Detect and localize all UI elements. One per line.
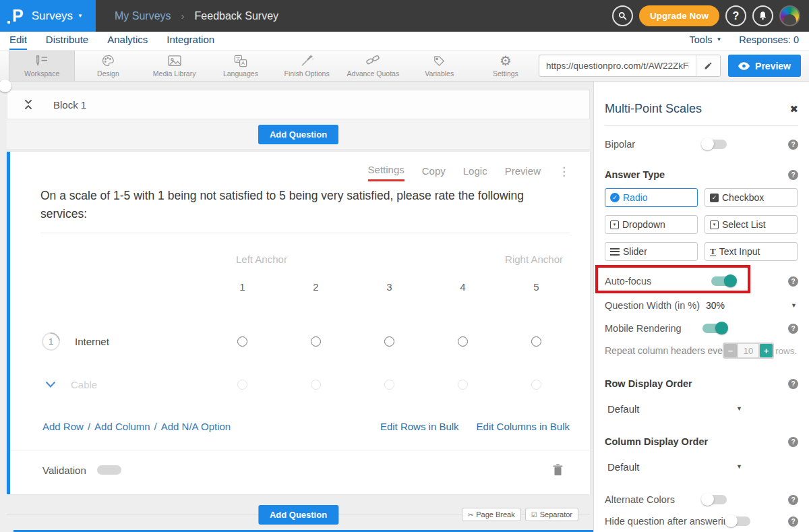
toolbar-item-finish-options[interactable]: Finish Options bbox=[274, 51, 340, 81]
toolbar-item-settings[interactable]: ⚙ Settings bbox=[473, 51, 539, 81]
auto-focus-label: Auto-focus bbox=[605, 276, 651, 287]
answer-type-select-list[interactable]: ▼ Select List bbox=[705, 215, 798, 234]
page-break-button[interactable]: ✂ Page Break bbox=[462, 508, 521, 521]
radio-internet-3[interactable] bbox=[384, 336, 394, 347]
radio-cable-2[interactable] bbox=[311, 380, 321, 390]
radio-cable-5[interactable] bbox=[531, 380, 541, 390]
row-label-cable[interactable]: Cable bbox=[71, 379, 97, 390]
chevron-down-icon[interactable]: ▼ bbox=[736, 405, 742, 412]
add-row-link[interactable]: Add Row bbox=[42, 421, 84, 432]
settings-icon: ⚙ bbox=[500, 54, 512, 67]
bipolar-row: Bipolar ? bbox=[605, 134, 798, 154]
delete-question-button[interactable] bbox=[553, 464, 563, 476]
row-display-order-value[interactable]: Default bbox=[607, 403, 640, 415]
radio-internet-5[interactable] bbox=[531, 336, 541, 347]
left-anchor-label[interactable]: Left Anchor bbox=[236, 254, 287, 265]
help-button[interactable]: ? bbox=[725, 5, 746, 26]
survey-url-input[interactable] bbox=[539, 61, 696, 71]
collapse-block-button[interactable] bbox=[24, 99, 33, 110]
chevron-down-icon[interactable]: ▼ bbox=[736, 463, 742, 470]
edit-url-button[interactable] bbox=[696, 55, 720, 77]
answer-type-label: Radio bbox=[623, 192, 648, 203]
answer-type-radio[interactable]: ✓ Radio bbox=[605, 188, 698, 207]
survey-canvas: Block 1 Add Question Settings Copy Logic… bbox=[0, 82, 593, 532]
tools-menu[interactable]: Tools ▼ bbox=[690, 34, 722, 45]
tab-analytics[interactable]: Analytics bbox=[107, 34, 148, 50]
help-icon[interactable]: ? bbox=[788, 170, 798, 180]
validation-toggle[interactable] bbox=[97, 465, 121, 475]
question-tab-copy[interactable]: Copy bbox=[422, 165, 446, 181]
question-text[interactable]: On a scale of 1-5 with 1 being not satis… bbox=[40, 187, 573, 223]
add-column-link[interactable]: Add Column bbox=[94, 421, 150, 432]
answer-type-label: Select List bbox=[722, 219, 766, 230]
product-switcher[interactable]: Surveys ▼ bbox=[32, 9, 83, 23]
eye-icon bbox=[738, 62, 750, 70]
help-icon[interactable]: ? bbox=[788, 437, 798, 447]
radio-cable-1[interactable] bbox=[237, 380, 247, 390]
column-display-order-select[interactable]: Default ▼ bbox=[605, 459, 798, 474]
question-tab-preview[interactable]: Preview bbox=[505, 165, 541, 181]
mobile-rendering-label: Mobile Rendering bbox=[605, 323, 682, 334]
row-display-order-select[interactable]: Default ▼ bbox=[605, 401, 798, 416]
toolbar-item-variables[interactable]: Variables bbox=[407, 51, 473, 81]
app-menu[interactable]: P Surveys ▼ bbox=[0, 0, 96, 32]
question-more-menu-icon[interactable]: ⋮ bbox=[558, 165, 570, 181]
help-icon[interactable]: ? bbox=[788, 276, 798, 287]
add-question-button-top[interactable]: Add Question bbox=[258, 125, 338, 144]
toolbar-item-advance-quotas[interactable]: Advance Quotas bbox=[340, 51, 406, 81]
answer-type-checkbox[interactable]: ✓ Checkbox bbox=[705, 188, 798, 207]
close-panel-icon[interactable]: ✖ bbox=[789, 103, 798, 115]
answer-type-dropdown[interactable]: ▼ Dropdown bbox=[605, 215, 698, 234]
search-button[interactable] bbox=[612, 5, 633, 26]
question-width-value[interactable]: 30% bbox=[706, 300, 725, 311]
repeat-headers-suffix: rows. bbox=[775, 346, 797, 356]
stepper-plus-button[interactable]: + bbox=[760, 344, 773, 357]
chevron-down-icon[interactable]: ▼ bbox=[791, 302, 797, 309]
bipolar-toggle[interactable] bbox=[702, 140, 727, 149]
radio-internet-2[interactable] bbox=[311, 336, 321, 347]
edit-columns-in-bulk-link[interactable]: Edit Columns in Bulk bbox=[477, 421, 570, 432]
notifications-button[interactable] bbox=[752, 5, 773, 26]
edit-rows-in-bulk-link[interactable]: Edit Rows in Bulk bbox=[380, 421, 459, 432]
separator-button[interactable]: ☑ Separator bbox=[525, 508, 578, 521]
help-icon[interactable]: ? bbox=[788, 516, 798, 527]
repeat-headers-input[interactable] bbox=[738, 344, 758, 357]
upgrade-now-button[interactable]: Upgrade Now bbox=[639, 5, 719, 26]
tab-integration[interactable]: Integration bbox=[167, 34, 214, 50]
mobile-rendering-toggle[interactable] bbox=[702, 324, 727, 333]
add-na-option-link[interactable]: Add N/A Option bbox=[161, 421, 231, 432]
radio-internet-1[interactable] bbox=[237, 336, 247, 347]
tab-distribute[interactable]: Distribute bbox=[46, 34, 88, 50]
answer-type-text-input[interactable]: T Text Input bbox=[705, 242, 798, 261]
stepper-minus-button[interactable]: − bbox=[724, 344, 737, 357]
chevron-down-icon[interactable] bbox=[45, 381, 56, 388]
right-anchor-label[interactable]: Right Anchor bbox=[505, 254, 563, 265]
help-icon[interactable]: ? bbox=[788, 324, 798, 334]
hide-question-toggle[interactable] bbox=[726, 516, 750, 526]
row-number-badge: 1 bbox=[38, 328, 63, 354]
add-question-button-bottom[interactable]: Add Question bbox=[258, 505, 338, 525]
toolbar-item-workspace[interactable]: Workspace bbox=[9, 51, 75, 81]
alternate-colors-toggle[interactable] bbox=[702, 495, 727, 504]
breadcrumb-my-surveys[interactable]: My Surveys bbox=[115, 10, 171, 22]
radio-internet-4[interactable] bbox=[458, 336, 468, 347]
preview-button[interactable]: Preview bbox=[728, 55, 801, 77]
user-avatar[interactable] bbox=[779, 5, 800, 26]
column-display-order-value[interactable]: Default bbox=[607, 461, 640, 473]
help-icon[interactable]: ? bbox=[788, 140, 798, 150]
question-tab-logic[interactable]: Logic bbox=[463, 165, 487, 181]
toolbar-item-languages[interactable]: 文A Languages bbox=[208, 51, 274, 81]
radio-cable-4[interactable] bbox=[458, 380, 468, 390]
radio-cable-3[interactable] bbox=[384, 380, 394, 390]
help-icon[interactable]: ? bbox=[788, 379, 798, 389]
toolbar-item-media-library[interactable]: Media Library bbox=[142, 51, 208, 81]
slider-icon bbox=[610, 248, 620, 256]
help-icon[interactable]: ? bbox=[788, 495, 798, 505]
tab-edit[interactable]: Edit bbox=[9, 34, 27, 50]
question-tab-settings[interactable]: Settings bbox=[368, 164, 404, 181]
answer-type-slider[interactable]: Slider bbox=[605, 242, 698, 261]
row-label-internet[interactable]: Internet bbox=[75, 336, 109, 347]
toolbar-item-design[interactable]: Design bbox=[75, 51, 141, 81]
responses-count[interactable]: Responses: 0 bbox=[739, 34, 799, 45]
auto-focus-toggle[interactable] bbox=[711, 276, 736, 286]
